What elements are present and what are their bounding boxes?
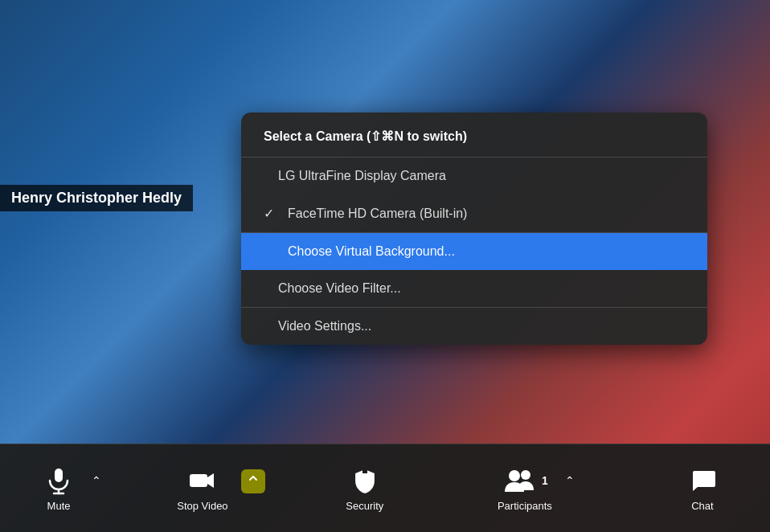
chat-icon — [688, 464, 717, 497]
svg-point-6 — [509, 470, 520, 481]
dropdown-title: Select a Camera (⇧⌘N to switch) — [241, 113, 707, 158]
mute-label: Mute — [47, 500, 71, 512]
mute-group: Mute ⌃ — [0, 458, 135, 518]
chat-label: Chat — [691, 500, 713, 512]
camera-option-virtual-bg[interactable]: Choose Virtual Background... — [241, 233, 707, 270]
video-filter-label: Choose Video Filter... — [278, 281, 401, 296]
stop-video-group: Stop Video — [135, 458, 297, 518]
svg-point-5 — [521, 470, 530, 480]
participants-group: 1 Participants ⌃ — [432, 458, 635, 518]
video-arrow-button[interactable] — [241, 469, 265, 493]
stop-video-label: Stop Video — [177, 500, 227, 512]
security-button[interactable]: Security — [337, 458, 393, 518]
participants-icon: 1 — [502, 464, 548, 497]
participant-name-label: Henry Christopher Hedly — [0, 185, 193, 211]
stop-video-button[interactable]: Stop Video — [167, 458, 237, 518]
microphone-icon — [44, 464, 73, 497]
svg-rect-0 — [55, 469, 63, 482]
camera-option-video-settings[interactable]: Video Settings... — [241, 308, 707, 345]
lg-camera-label: LG UltraFine Display Camera — [278, 169, 446, 183]
camera-option-lg[interactable]: LG UltraFine Display Camera — [241, 158, 707, 194]
security-group: Security — [297, 458, 432, 518]
video-settings-label: Video Settings... — [278, 319, 371, 334]
participants-button[interactable]: 1 Participants — [489, 458, 560, 518]
participants-arrow-button[interactable]: ⌃ — [562, 469, 578, 492]
camera-dropdown-menu: Select a Camera (⇧⌘N to switch) LG Ultra… — [241, 113, 707, 345]
shield-icon — [350, 464, 379, 497]
toolbar: Mute ⌃ Stop Video — [0, 444, 770, 532]
chat-group: Chat — [635, 458, 770, 518]
participants-count-badge: 1 — [542, 475, 548, 486]
chat-button[interactable]: Chat — [674, 458, 731, 518]
security-label: Security — [346, 500, 383, 512]
camera-option-video-filter[interactable]: Choose Video Filter... — [241, 270, 707, 307]
video-camera-icon — [188, 464, 217, 497]
facetime-camera-label: FaceTime HD Camera (Built-in) — [288, 207, 467, 221]
mute-button[interactable]: Mute — [31, 458, 87, 518]
virtual-bg-label: Choose Virtual Background... — [288, 244, 455, 259]
camera-option-facetime[interactable]: ✓ FaceTime HD Camera (Built-in) — [241, 194, 707, 232]
svg-rect-3 — [190, 474, 207, 487]
mute-arrow-button[interactable]: ⌃ — [88, 469, 104, 492]
checkmark-icon: ✓ — [264, 206, 278, 221]
participants-label: Participants — [498, 500, 552, 512]
